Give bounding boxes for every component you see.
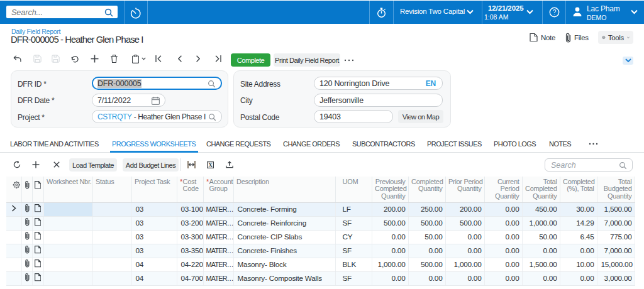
- svg-text:?: ?: [553, 9, 557, 16]
- svg-text:X: X: [208, 161, 213, 168]
